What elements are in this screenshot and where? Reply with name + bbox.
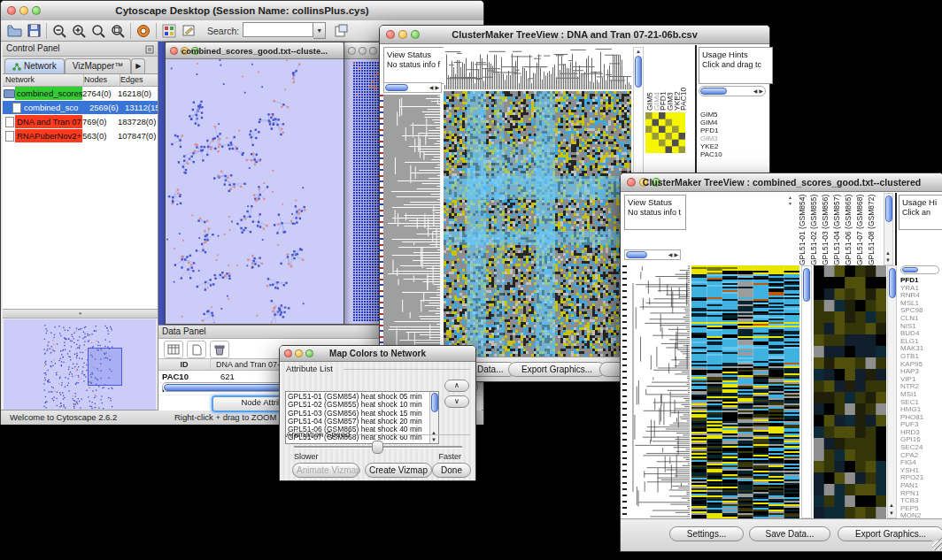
tv2-row-hscrollbar[interactable]: ◀ ▶ <box>624 249 681 260</box>
gene-label[interactable]: SPC98 <box>900 307 941 315</box>
tv1-row-dendrogram[interactable] <box>383 95 440 357</box>
done-button[interactable]: Done <box>432 463 471 478</box>
gene-label[interactable]: ELG1 <box>900 338 941 346</box>
annotation-icon[interactable] <box>179 22 198 40</box>
network-canvas[interactable] <box>166 59 342 323</box>
tv2-global-heatmap[interactable] <box>691 265 799 518</box>
list-vscrollbar[interactable]: ▲ ▼ <box>429 392 438 443</box>
move-down-button[interactable]: ∨ <box>444 395 469 408</box>
float-panel-icon[interactable] <box>145 44 154 58</box>
gene-label[interactable]: HMG1 <box>900 406 941 414</box>
scroll-left-icon[interactable]: ◀ <box>429 84 434 91</box>
gene-label[interactable]: MON2 <box>900 512 941 518</box>
gene-label[interactable]: TCB3 <box>900 497 941 505</box>
animate-vizmap-button[interactable]: Animate Vizmap <box>292 463 359 478</box>
scroll-down-icon[interactable]: ▼ <box>431 436 436 443</box>
scroll-thumb[interactable] <box>902 267 918 272</box>
column-label[interactable]: GPL51-02 (GSM855) <box>809 193 821 265</box>
column-label[interactable]: GIM3 <box>666 49 673 111</box>
row-label[interactable]: PAC10 <box>700 150 737 158</box>
column-label[interactable]: GPL51-03 (GSM856) <box>821 193 832 265</box>
column-label[interactable]: GPL51-08 (GSM872) <box>867 193 878 265</box>
tv2-global-vscrollbar[interactable] <box>801 265 812 518</box>
zoom-out-icon[interactable] <box>50 22 69 40</box>
tv1-zoom-matrix[interactable] <box>645 112 685 153</box>
col-header-edges[interactable]: Edges <box>120 74 158 86</box>
gene-label[interactable]: MAK31 <box>900 345 941 353</box>
network-list-row[interactable]: combined_sco2569(6)13112(15) <box>3 101 158 115</box>
delete-attribute-icon[interactable] <box>210 341 229 358</box>
row-label[interactable]: GIM3 <box>700 134 737 142</box>
select-attributes-icon[interactable] <box>164 341 183 358</box>
atr-scroll-arrows[interactable]: ▴▾ <box>789 195 791 207</box>
settings-button[interactable]: Settings... <box>669 526 744 541</box>
zoom-fit-icon[interactable] <box>108 22 127 40</box>
export-graphics-button[interactable]: Export Graphics... <box>838 526 942 541</box>
gene-label[interactable]: BUD4 <box>900 330 941 338</box>
gene-label[interactable]: GPI16 <box>900 436 941 444</box>
column-label[interactable]: GPL51-04 (GSM857) <box>832 193 844 265</box>
network-list-row[interactable]: DNA and Tran 07769(0)183728(0) <box>3 115 158 129</box>
network-list-row[interactable]: combined_scores2764(0)16218(0) <box>3 87 158 101</box>
scroll-thumb[interactable] <box>635 56 642 88</box>
create-vizmap-button[interactable]: Create Vizmap <box>365 463 432 478</box>
tv2-zoom-vscrollbar[interactable]: ▲ ▼ <box>887 265 897 518</box>
gene-label[interactable]: YRA1 <box>900 285 941 293</box>
tab-vizmapper[interactable]: VizMapper™ <box>65 58 132 73</box>
row-label[interactable]: YKE2 <box>700 142 737 150</box>
gene-label[interactable]: GTB1 <box>900 353 941 361</box>
tv1-row-hscrollbar[interactable]: ◀ ▶ <box>383 82 442 93</box>
scroll-left-icon[interactable]: ◀ <box>753 88 758 95</box>
network-list-row[interactable]: RNAPuberNov2+563(0)107847(0) <box>3 129 158 143</box>
gene-label[interactable]: PFD1 <box>900 277 941 285</box>
vizmapper-icon[interactable] <box>159 22 179 40</box>
scroll-right-icon[interactable]: ▶ <box>674 251 678 258</box>
gene-label[interactable]: HAP3 <box>900 368 941 376</box>
scroll-thumb[interactable] <box>431 393 438 412</box>
open-folder-icon[interactable] <box>4 22 24 40</box>
scroll-thumb[interactable] <box>889 268 896 298</box>
gene-label[interactable]: FIG4 <box>900 459 941 467</box>
column-label[interactable]: PFD1 <box>659 49 666 111</box>
minimize-button[interactable] <box>359 47 367 55</box>
gene-label[interactable]: MSL1 <box>900 300 941 308</box>
zoom-selected-icon[interactable] <box>89 22 108 40</box>
col-header-network[interactable]: Network <box>3 74 84 86</box>
zoom-in-icon[interactable] <box>69 22 89 40</box>
row-label[interactable]: GIM4 <box>700 119 737 127</box>
column-label[interactable]: GPL51-06 (GSM865) <box>844 193 855 265</box>
scroll-thumb[interactable] <box>700 88 727 95</box>
gene-label[interactable]: PAN1 <box>900 482 941 490</box>
gene-label[interactable]: SEC24 <box>900 444 941 452</box>
export-graphics-button[interactable]: Export Graphics... <box>508 362 606 377</box>
row-label[interactable]: GIM5 <box>700 111 737 119</box>
column-label[interactable]: PAC10 <box>679 49 686 111</box>
gene-label[interactable]: YSH1 <box>900 467 941 475</box>
lifebuoy-icon[interactable] <box>134 22 153 40</box>
tv2-gene-hscrollbar[interactable] <box>900 265 939 274</box>
save-icon[interactable] <box>24 22 43 40</box>
move-up-button[interactable]: ∧ <box>444 380 469 392</box>
gene-label[interactable]: HRD3 <box>900 429 941 437</box>
row-label[interactable]: PFD1 <box>700 127 737 134</box>
tv1-column-dendrogram[interactable] <box>444 47 631 89</box>
column-label[interactable]: GPL51-07 (GSM868) <box>855 193 867 265</box>
tv1-title-bar[interactable]: ClusterMaker TreeView : DNA and Tran 07-… <box>380 26 769 44</box>
resize-grip[interactable] <box>932 541 942 550</box>
dense-network-grid-canvas[interactable] <box>352 61 382 321</box>
scroll-left-icon[interactable]: ◀ <box>668 251 673 258</box>
speed-slider-thumb[interactable] <box>372 441 383 454</box>
dp-col-id[interactable]: ID <box>158 359 211 370</box>
gene-label[interactable]: CPA2 <box>900 452 941 460</box>
new-attribute-icon[interactable] <box>187 341 206 358</box>
tab-overflow-button[interactable]: ▶ <box>131 58 145 73</box>
scroll-down-icon[interactable]: ▼ <box>885 257 891 264</box>
scroll-right-icon[interactable]: ▶ <box>435 84 439 91</box>
tv2-row-dendrogram[interactable] <box>628 265 690 518</box>
scroll-down-icon[interactable]: ▼ <box>889 510 894 517</box>
gene-label[interactable]: PEP5 <box>900 505 941 513</box>
scroll-thumb[interactable] <box>803 268 810 302</box>
gene-label[interactable]: PUF3 <box>900 421 941 429</box>
main-title-bar[interactable]: Cytoscape Desktop (Session Name: collins… <box>1 1 483 21</box>
column-label[interactable]: GIM5 <box>645 49 652 111</box>
